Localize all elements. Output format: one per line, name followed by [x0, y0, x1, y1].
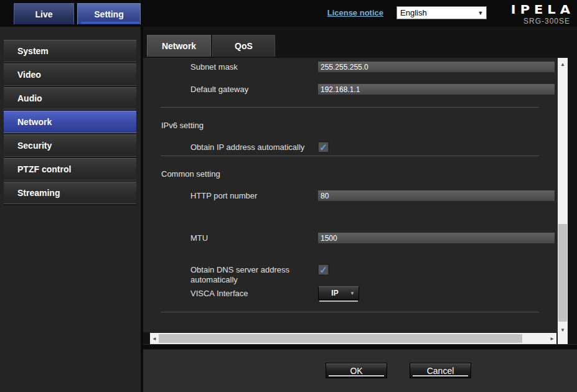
- sidebar-item-ptzf-control[interactable]: PTZF control: [4, 158, 136, 180]
- tab-qos[interactable]: QoS: [212, 35, 275, 57]
- chevron-down-icon: ▼: [346, 291, 359, 296]
- visca-interface-dropdown[interactable]: IP ▼: [318, 286, 359, 302]
- default-gateway-input[interactable]: [318, 84, 555, 95]
- sidebar-item-label: Audio: [17, 93, 42, 103]
- sidebar-item-label: PTZF control: [17, 164, 71, 174]
- live-tab[interactable]: Live: [14, 3, 74, 24]
- horizontal-scrollbar[interactable]: ◄ ►: [150, 333, 556, 344]
- obtain-ip-label: Obtain IP address automatically: [190, 142, 318, 152]
- obtain-ip-row: Obtain IP address automatically ✓: [190, 142, 558, 152]
- obtain-ip-checkbox[interactable]: ✓: [318, 142, 329, 152]
- visca-interface-label: VISCA Interface: [190, 286, 318, 299]
- sidebar-item-security[interactable]: Security: [4, 134, 136, 157]
- http-port-row: HTTP port number: [190, 190, 558, 201]
- visca-interface-row: VISCA Interface IP ▼: [190, 286, 558, 302]
- sidebar-item-system[interactable]: System: [4, 40, 136, 62]
- sidebar-item-label: Network: [17, 117, 52, 127]
- section-divider: [161, 156, 539, 156]
- tab-label: QoS: [235, 41, 253, 51]
- camera-settings-page: Live Setting License notice English ▼ IP…: [0, 0, 577, 392]
- tab-label: Network: [162, 41, 196, 51]
- button-underline: [413, 375, 468, 376]
- section-divider: [161, 107, 539, 108]
- sidebar: System Video Audio Network Security PTZF…: [0, 27, 143, 392]
- language-selected-value: English: [397, 8, 475, 17]
- ipv6-section-header: IPv6 setting: [161, 121, 558, 130]
- live-tab-label: Live: [35, 9, 52, 19]
- sidebar-item-label: Security: [17, 141, 52, 151]
- brand-block: IPELA SRG-300SE: [511, 2, 570, 26]
- common-section-header: Common setting: [161, 169, 558, 179]
- ok-button-label: OK: [350, 366, 362, 376]
- sidebar-item-label: System: [17, 46, 49, 56]
- checkmark-icon: ✓: [319, 142, 327, 152]
- default-gateway-label: Default gateway: [190, 84, 318, 95]
- cancel-button-label: Cancel: [427, 366, 454, 376]
- sidebar-item-label: Streaming: [17, 188, 60, 198]
- license-notice-link[interactable]: License notice: [327, 8, 383, 17]
- footer-divider: [143, 344, 577, 350]
- scroll-right-icon[interactable]: ►: [548, 336, 556, 342]
- obtain-dns-row: Obtain DNS server address automatically …: [190, 264, 558, 285]
- setting-tab-underline: [81, 22, 139, 24]
- subnet-mask-input[interactable]: [318, 62, 555, 72]
- content-tabs-bar: Network QoS: [143, 27, 577, 57]
- button-underline: [329, 375, 384, 376]
- content-right-edge: [568, 58, 575, 344]
- sidebar-item-network[interactable]: Network: [4, 111, 136, 133]
- visca-selected-value: IP: [319, 289, 346, 297]
- obtain-dns-label: Obtain DNS server address automatically: [190, 264, 318, 285]
- setting-tab[interactable]: Setting: [77, 3, 141, 24]
- tab-network[interactable]: Network: [147, 35, 211, 57]
- subnet-mask-row: Subnet mask: [190, 62, 558, 72]
- obtain-dns-checkbox[interactable]: ✓: [318, 264, 329, 275]
- live-tab-underline: [17, 22, 73, 24]
- content-area: Network QoS Subnet mask Default gateway …: [143, 27, 577, 392]
- mtu-row: MTU: [190, 233, 558, 243]
- mtu-input[interactable]: [318, 233, 555, 243]
- vertical-scrollbar[interactable]: ▲ ▼: [558, 58, 568, 344]
- network-settings-form: Subnet mask Default gateway IPv6 setting…: [143, 58, 558, 332]
- sidebar-item-label: Video: [17, 70, 41, 80]
- subnet-mask-label: Subnet mask: [190, 62, 318, 72]
- http-port-input[interactable]: [318, 190, 555, 201]
- scroll-up-icon[interactable]: ▲: [558, 62, 568, 67]
- brand-logo: IPELA: [511, 3, 575, 17]
- language-select[interactable]: English ▼: [396, 6, 487, 19]
- section-divider: [161, 312, 539, 312]
- dropdown-underline: [319, 301, 358, 302]
- default-gateway-row: Default gateway: [190, 84, 558, 95]
- mtu-label: MTU: [190, 233, 318, 243]
- sidebar-item-video[interactable]: Video: [4, 63, 136, 86]
- vertical-scrollbar-thumb[interactable]: [558, 224, 567, 322]
- sidebar-item-audio[interactable]: Audio: [4, 87, 136, 110]
- http-port-label: HTTP port number: [190, 190, 318, 201]
- checkmark-icon: ✓: [319, 265, 327, 274]
- main-area: System Video Audio Network Security PTZF…: [0, 27, 577, 392]
- scroll-down-icon[interactable]: ▼: [558, 327, 568, 333]
- setting-tab-label: Setting: [94, 9, 123, 19]
- cancel-button[interactable]: Cancel: [410, 363, 471, 378]
- horizontal-scrollbar-thumb[interactable]: [159, 334, 522, 343]
- model-label: SRG-300SE: [511, 17, 570, 26]
- chevron-down-icon: ▼: [475, 10, 486, 16]
- header-bar: Live Setting License notice English ▼ IP…: [0, 0, 577, 27]
- footer-panel: OK Cancel: [143, 350, 577, 392]
- scroll-left-icon[interactable]: ◄: [151, 336, 158, 342]
- ok-button[interactable]: OK: [326, 363, 387, 378]
- sidebar-item-streaming[interactable]: Streaming: [4, 182, 136, 204]
